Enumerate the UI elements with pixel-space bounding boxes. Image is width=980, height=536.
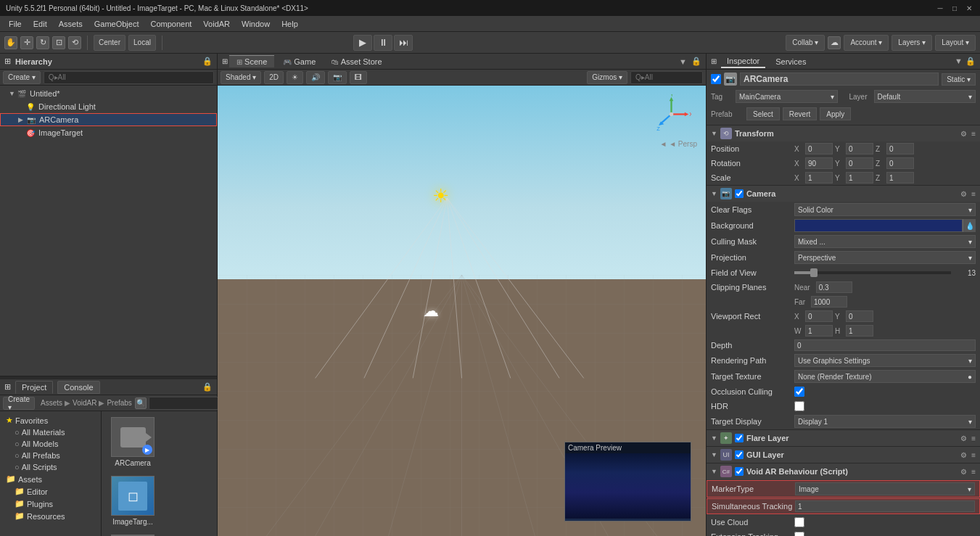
hdr-checkbox[interactable] <box>794 401 804 411</box>
scene-options-button[interactable]: 🎞 <box>350 71 367 84</box>
menu-assets[interactable]: Assets <box>53 18 88 30</box>
menu-voivar[interactable]: VoidAR <box>197 18 236 30</box>
tab-scene[interactable]: ⊞ Scene <box>229 55 274 67</box>
fov-slider[interactable]: 13 <box>794 269 976 277</box>
all-scripts-item[interactable]: ○ All Scripts <box>3 461 98 473</box>
account-button[interactable]: Account ▾ <box>844 35 889 51</box>
prefab-revert-button[interactable]: Revert <box>783 107 817 120</box>
simultaneous-input[interactable] <box>795 500 975 512</box>
tab-services[interactable]: Services <box>770 56 812 67</box>
menu-window[interactable]: Window <box>236 18 276 30</box>
gui-active-checkbox[interactable] <box>735 450 744 459</box>
editor-item[interactable]: 📁 Editor <box>3 485 98 498</box>
all-materials-item[interactable]: ○ All Materials <box>3 426 98 438</box>
menu-edit[interactable]: Edit <box>28 18 53 30</box>
tab-game[interactable]: 🎮 Game <box>276 56 323 67</box>
vp-h-input[interactable] <box>846 325 873 337</box>
center-button[interactable]: Center <box>94 35 125 51</box>
menu-component[interactable]: Component <box>144 18 197 30</box>
tree-item-directional-light[interactable]: 💡 Directional Light <box>0 100 217 113</box>
target-texture-dropdown[interactable]: None (Render Texture) ● <box>794 370 976 383</box>
render-path-dropdown[interactable]: Use Graphics Settings ▾ <box>794 354 976 367</box>
void-ar-active-checkbox[interactable] <box>735 467 744 476</box>
scale-y-input[interactable] <box>846 172 873 184</box>
tag-dropdown[interactable]: MainCamera ▾ <box>736 90 838 103</box>
gui-layer-header[interactable]: ▼ UI GUI Layer ⚙ ≡ <box>707 447 980 463</box>
project-search-icon[interactable]: 🔍 <box>135 397 147 409</box>
extension-checkbox[interactable] <box>794 532 804 536</box>
tab-project[interactable]: Project <box>15 381 53 394</box>
scale-z-input[interactable] <box>886 172 914 184</box>
shading-mode-button[interactable]: Shaded ▾ <box>221 71 261 84</box>
tree-item-imagetarget[interactable]: 🎯 ImageTarget <box>0 126 217 139</box>
occlusion-checkbox[interactable] <box>794 387 804 397</box>
audio-button[interactable]: 🔊 <box>306 71 325 84</box>
flare-settings-icon[interactable]: ⚙ <box>960 434 967 442</box>
maximize-button[interactable]: □ <box>950 3 960 13</box>
favorites-item[interactable]: ★ Favorites <box>3 414 98 426</box>
rot-z-input[interactable] <box>886 157 914 169</box>
camera-settings-icon[interactable]: ⚙ <box>960 190 967 198</box>
marker-type-dropdown[interactable]: Image ▾ <box>795 482 975 495</box>
cloud-button[interactable]: ☁ <box>828 36 841 49</box>
clear-flags-dropdown[interactable]: Solid Color ▾ <box>794 203 976 216</box>
hierarchy-create-button[interactable]: Create ▾ <box>3 71 41 84</box>
inspector-collapse[interactable]: ▼ <box>955 57 963 66</box>
asset-arcamera[interactable]: ▶ ARCamera <box>107 417 158 467</box>
resources-item[interactable]: 📁 Resources <box>3 510 98 522</box>
viewport-search[interactable] <box>630 71 703 84</box>
viewport-collapse[interactable]: ▼ <box>679 57 687 66</box>
gui-settings-icon[interactable]: ⚙ <box>960 451 967 459</box>
void-ar-header[interactable]: ▼ C# Void AR Behaviour (Script) ⚙ ≡ <box>707 463 980 479</box>
play-button[interactable]: ▶ <box>353 35 372 51</box>
tab-console[interactable]: Console <box>57 381 99 394</box>
step-button[interactable]: ⏭ <box>394 35 413 51</box>
menu-gameobject[interactable]: GameObject <box>88 18 145 30</box>
tool-move[interactable]: ✛ <box>20 36 33 49</box>
vp-y-input[interactable] <box>846 310 873 322</box>
camera-active-checkbox[interactable] <box>735 189 744 198</box>
effects-button[interactable]: 📷 <box>328 71 347 84</box>
flare-layer-header[interactable]: ▼ ✦ Flare Layer ⚙ ≡ <box>707 430 980 446</box>
inspector-lock[interactable]: 🔒 <box>965 57 976 66</box>
asset-imagetarget[interactable]: ◻ ImageTarg... <box>107 476 158 526</box>
scale-x-input[interactable] <box>805 172 833 184</box>
tree-item-untitled[interactable]: ▼ 🎬 Untitled* <box>0 87 217 100</box>
camera-component-header[interactable]: ▼ 📷 Camera ⚙ ≡ <box>707 186 980 202</box>
project-lock[interactable]: 🔒 <box>202 382 213 392</box>
layers-button[interactable]: Layers ▾ <box>892 35 932 51</box>
tool-scale[interactable]: ⊡ <box>52 36 65 49</box>
tree-item-arcamera[interactable]: ▶ 📷 ARCamera <box>0 113 217 126</box>
plugins-item[interactable]: 📁 Plugins <box>3 498 98 510</box>
projection-dropdown[interactable]: Perspective ▾ <box>794 251 976 264</box>
tab-assetstore[interactable]: 🛍 Asset Store <box>324 56 389 67</box>
pos-z-input[interactable] <box>886 143 914 154</box>
pause-button[interactable]: ⏸ <box>374 35 392 51</box>
rot-y-input[interactable] <box>846 157 873 169</box>
culling-dropdown[interactable]: Mixed ... ▾ <box>794 235 976 248</box>
static-button[interactable]: Static ▾ <box>942 73 976 86</box>
breadcrumb-prefabs[interactable]: Prefabs <box>107 399 131 407</box>
viewport-lock[interactable]: 🔒 <box>691 57 701 66</box>
rot-x-input[interactable] <box>805 157 833 169</box>
void-ar-settings-icon[interactable]: ⚙ <box>960 468 967 476</box>
tab-inspector[interactable]: Inspector <box>721 55 765 68</box>
layout-button[interactable]: Layout ▾ <box>935 35 976 51</box>
layer-dropdown[interactable]: Default ▾ <box>874 90 976 103</box>
depth-input[interactable] <box>794 339 976 351</box>
transform-settings-icon[interactable]: ⚙ <box>960 130 967 138</box>
hierarchy-search[interactable] <box>44 71 214 84</box>
minimize-button[interactable]: ─ <box>935 3 945 13</box>
dimension-button[interactable]: 2D <box>264 71 284 84</box>
project-create-button[interactable]: Create ▾ <box>3 397 35 410</box>
assets-item[interactable]: 📁 Assets <box>3 473 98 485</box>
flare-menu-icon[interactable]: ≡ <box>971 434 976 442</box>
menu-file[interactable]: File <box>3 18 28 30</box>
collab-button[interactable]: Collab ▾ <box>786 35 825 51</box>
object-name-input[interactable] <box>740 73 939 86</box>
far-input[interactable] <box>811 296 847 308</box>
vp-w-input[interactable] <box>805 325 833 337</box>
breadcrumb-voidar[interactable]: VoidAR <box>73 399 96 407</box>
breadcrumb-assets[interactable]: Assets <box>41 399 62 407</box>
tool-rotate[interactable]: ↻ <box>36 36 49 49</box>
